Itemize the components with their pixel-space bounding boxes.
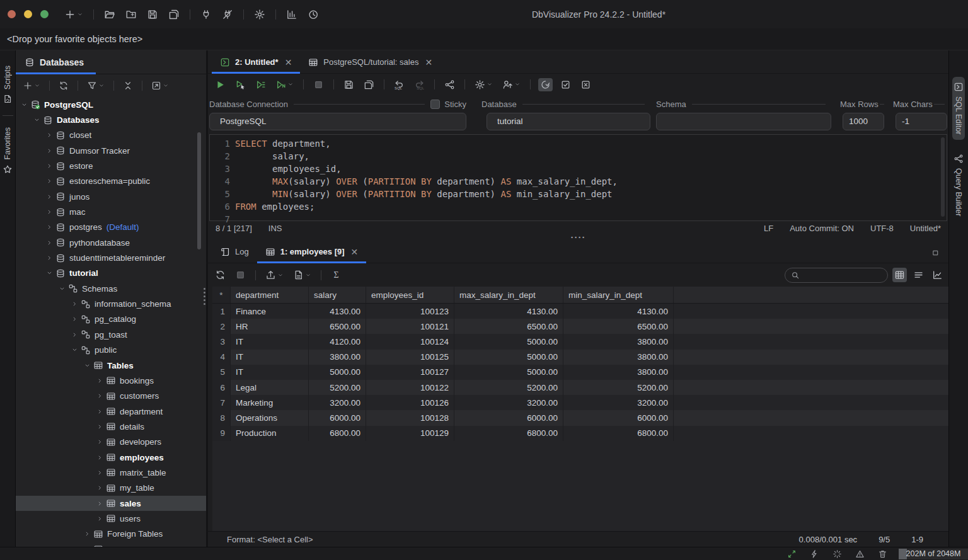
chevron-right-icon[interactable]: [44, 209, 54, 215]
chevron-down-icon[interactable]: [57, 285, 67, 292]
cell[interactable]: IT: [231, 365, 309, 380]
tree-item-closet[interactable]: closet: [16, 128, 206, 143]
tree-item-junos[interactable]: junos: [16, 189, 206, 204]
chevron-right-icon[interactable]: [95, 515, 105, 522]
tree-item-developers[interactable]: developers: [16, 435, 206, 450]
tree-item-public[interactable]: public: [16, 343, 206, 358]
tree-item-schemas[interactable]: Schemas: [16, 281, 206, 296]
warnings-button[interactable]: [853, 548, 867, 560]
cell[interactable]: 6500.00: [454, 319, 563, 334]
execute-explain-button[interactable]: [274, 78, 296, 91]
format-button[interactable]: [291, 268, 313, 282]
save-button[interactable]: [145, 8, 160, 21]
cell[interactable]: 3800.00: [563, 350, 674, 365]
row-number-header[interactable]: *: [212, 287, 231, 303]
column-header-salary[interactable]: salary: [309, 287, 366, 303]
execute-as-button[interactable]: [500, 78, 522, 91]
tab-result-employees[interactable]: 1: employees [9]✕: [257, 241, 367, 263]
cell[interactable]: Production: [231, 426, 309, 441]
tree-item-studenttimetablereminder[interactable]: studenttimetablereminder: [16, 250, 206, 265]
cell[interactable]: HR: [231, 319, 309, 334]
cell[interactable]: 3200.00: [454, 395, 563, 410]
tree-item-information-schema[interactable]: information_schema: [16, 296, 206, 311]
zoom-window-button[interactable]: [40, 10, 49, 18]
add-connection-button[interactable]: [21, 79, 42, 92]
cell[interactable]: 100125: [366, 350, 454, 365]
stop-button[interactable]: [233, 268, 248, 282]
chevron-right-icon[interactable]: [44, 193, 54, 200]
tree-item-my-table[interactable]: my_table: [16, 481, 206, 496]
format-sql-button[interactable]: SQL: [392, 78, 406, 91]
cell[interactable]: 100126: [366, 395, 454, 410]
chevron-right-icon[interactable]: [44, 163, 54, 169]
execute-current-button[interactable]: [233, 78, 248, 91]
tree-item-tutorial[interactable]: tutorial: [16, 266, 206, 281]
maximize-results-button[interactable]: [931, 249, 940, 257]
cell[interactable]: 100128: [366, 410, 454, 425]
column-header-department[interactable]: department: [231, 287, 309, 303]
chevron-right-icon[interactable]: [69, 300, 79, 307]
chevron-right-icon[interactable]: [95, 438, 105, 445]
connect-button[interactable]: [199, 8, 214, 21]
tab-sales[interactable]: PostgreSQL/tutorial: sales✕: [300, 51, 441, 73]
tab-untitled[interactable]: 2: Untitled*✕: [212, 51, 300, 73]
cell[interactable]: 3200.00: [563, 395, 674, 410]
minimize-window-button[interactable]: [24, 10, 32, 18]
database-select[interactable]: tutorial: [487, 113, 650, 130]
cell[interactable]: 100127: [366, 365, 454, 380]
column-header-employees_id[interactable]: employees_id: [366, 287, 454, 303]
max-chars-input[interactable]: [896, 113, 947, 130]
save-button[interactable]: [342, 78, 356, 91]
export-button[interactable]: [263, 268, 285, 282]
cell[interactable]: 6800.00: [309, 426, 366, 441]
chevron-right-icon[interactable]: [95, 454, 105, 461]
cell[interactable]: 3800.00: [563, 365, 674, 380]
max-rows-input[interactable]: [843, 113, 884, 130]
tree-item-mac[interactable]: mac: [16, 204, 206, 219]
query-builder-tab[interactable]: Query Builder: [952, 149, 965, 221]
cell[interactable]: 4120.00: [309, 334, 366, 349]
cell[interactable]: IT: [231, 350, 309, 365]
tree-item-employees[interactable]: employees: [16, 450, 206, 465]
cell[interactable]: 4130.00: [309, 304, 366, 319]
chevron-right-icon[interactable]: [44, 147, 54, 154]
open-object-button[interactable]: [149, 79, 171, 92]
disconnect-button[interactable]: [220, 8, 235, 21]
sql-editor-scrollbar[interactable]: [941, 137, 945, 217]
cell[interactable]: 100129: [366, 426, 454, 441]
row-number[interactable]: 8: [212, 410, 231, 425]
busy-indicator[interactable]: [831, 548, 844, 560]
cell[interactable]: 6500.00: [563, 319, 674, 334]
tree-item-estoreschema-public[interactable]: estoreschema=public: [16, 174, 206, 189]
tree-item-foreign-tables[interactable]: Foreign Tables: [16, 527, 206, 542]
cell[interactable]: Operations: [231, 410, 309, 425]
row-number[interactable]: 1: [212, 304, 231, 319]
tree-item-customers[interactable]: customers: [16, 389, 206, 404]
grid-view-button[interactable]: [892, 268, 907, 282]
text-view-button[interactable]: [911, 268, 926, 282]
collapse-all-button[interactable]: [121, 79, 135, 92]
cell[interactable]: 5000.00: [454, 350, 563, 365]
chevron-right-icon[interactable]: [95, 500, 105, 507]
cell[interactable]: 100122: [366, 380, 454, 395]
tree-item-estore[interactable]: estore: [16, 158, 206, 173]
tree-item-pg-toast[interactable]: pg_toast: [16, 327, 206, 342]
chevron-right-icon[interactable]: [95, 392, 105, 399]
tree-item-tables[interactable]: Tables: [16, 358, 206, 373]
refresh-button[interactable]: [213, 268, 228, 282]
chevron-down-icon[interactable]: [82, 362, 92, 369]
execute-button[interactable]: [213, 78, 228, 91]
chart-view-button[interactable]: [930, 268, 945, 282]
cell[interactable]: 6800.00: [563, 426, 674, 441]
chevron-right-icon[interactable]: [44, 239, 54, 246]
cell[interactable]: 3800.00: [563, 334, 674, 349]
chevron-right-icon[interactable]: [95, 484, 105, 491]
unformat-sql-button[interactable]: SQL: [412, 78, 427, 91]
filter-button[interactable]: [85, 79, 107, 92]
new-tab-button[interactable]: [62, 8, 85, 21]
sql-editor[interactable]: 1234567 SELECT department, salary, emplo…: [209, 134, 947, 221]
charts-button[interactable]: [284, 8, 299, 21]
cell[interactable]: 4130.00: [563, 304, 674, 319]
chevron-right-icon[interactable]: [95, 408, 105, 415]
column-header-min_salary_in_dept[interactable]: min_salary_in_dept: [563, 287, 674, 303]
